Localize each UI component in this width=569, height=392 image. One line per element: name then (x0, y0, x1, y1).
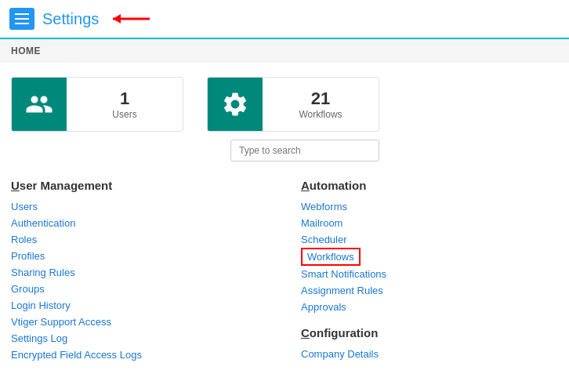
workflows-card[interactable]: 21 Workflows (207, 77, 379, 132)
link-roles[interactable]: Roles (11, 231, 277, 248)
link-approvals[interactable]: Approvals (301, 299, 558, 315)
link-groups[interactable]: Groups (11, 281, 277, 297)
right-column: Automation Webforms Mailroom Scheduler W… (293, 176, 558, 363)
arrow-icon (107, 10, 154, 27)
cards-row: 1 Users 21 Workflows (0, 63, 569, 168)
workflows-count: 21 (311, 89, 330, 109)
users-icon (12, 77, 67, 132)
users-stat-info: 1 Users (67, 82, 183, 126)
heading-underline-c: C (301, 326, 310, 339)
link-authentication[interactable]: Authentication (11, 215, 277, 231)
link-profiles[interactable]: Profiles (11, 248, 277, 264)
heading-automation-rest: utomation (310, 179, 367, 192)
link-smart-notifications[interactable]: Smart Notifications (301, 266, 558, 282)
menu-button[interactable] (9, 8, 34, 30)
link-workflows[interactable]: Workflows (301, 248, 361, 266)
user-management-heading: User Management (11, 179, 277, 192)
heading-underline-u: U (11, 179, 20, 192)
link-vtiger-support-access[interactable]: Vtiger Support Access (11, 314, 277, 330)
link-settings-log[interactable]: Settings Log (11, 330, 277, 347)
users-label: Users (112, 109, 136, 120)
automation-heading: Automation (301, 179, 558, 192)
workflows-icon (208, 77, 263, 132)
right-cards-area: 21 Workflows (207, 77, 379, 162)
search-input[interactable] (230, 140, 379, 162)
link-webforms[interactable]: Webforms (301, 198, 558, 215)
link-sharing-rules[interactable]: Sharing Rules (11, 264, 277, 281)
users-count: 1 (120, 89, 129, 109)
link-login-history[interactable]: Login History (11, 297, 277, 314)
workflows-label: Workflows (299, 109, 342, 120)
users-card[interactable]: 1 Users (11, 77, 183, 132)
heading-configuration-rest: onfiguration (310, 326, 378, 339)
main-content: User Management Users Authentication Rol… (0, 168, 569, 371)
heading-rest: ser Management (20, 179, 112, 192)
workflows-stat-info: 21 Workflows (263, 82, 379, 126)
link-users[interactable]: Users (11, 198, 277, 215)
link-company-details[interactable]: Company Details (301, 346, 558, 362)
link-scheduler[interactable]: Scheduler (301, 231, 558, 248)
header: Settings (0, 0, 569, 39)
search-box (230, 140, 379, 162)
heading-underline-a: A (301, 179, 310, 192)
link-assignment-rules[interactable]: Assignment Rules (301, 282, 558, 299)
breadcrumb: HOME (0, 39, 569, 63)
svg-marker-1 (113, 14, 121, 24)
page-title: Settings (42, 10, 99, 28)
left-column: User Management Users Authentication Rol… (11, 176, 293, 363)
configuration-heading: Configuration (301, 326, 558, 339)
link-encrypted-field-access-logs[interactable]: Encrypted Field Access Logs (11, 347, 277, 363)
link-mailroom[interactable]: Mailroom (301, 215, 558, 231)
